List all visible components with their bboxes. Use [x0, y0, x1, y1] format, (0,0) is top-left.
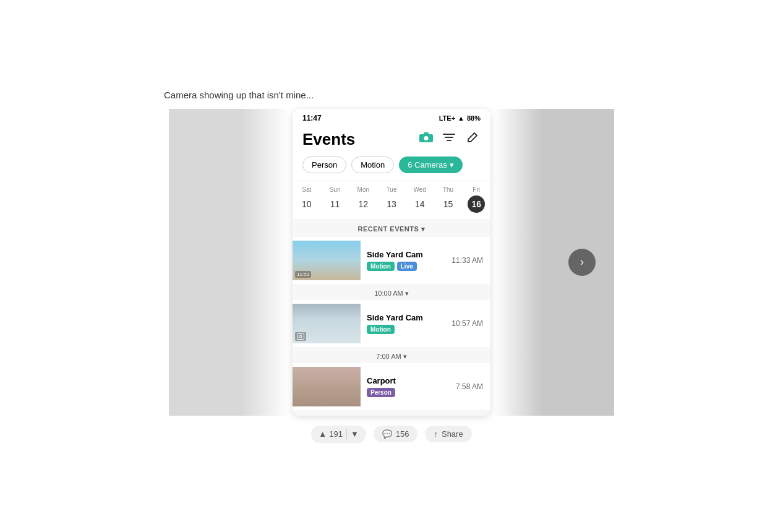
- right-blur: [494, 109, 614, 416]
- event-info-2: Side Yard Cam Motion: [361, 313, 451, 334]
- post-title: Camera showing up that isn't mine...: [164, 90, 314, 100]
- event-thumb-2: [293, 304, 361, 343]
- time-section-7am: 7:00 AM ▾: [293, 348, 490, 363]
- share-label: Share: [442, 429, 463, 439]
- comment-icon: 💬: [382, 429, 392, 439]
- filter-icon[interactable]: [442, 132, 457, 147]
- motion-filter-pill[interactable]: Motion: [351, 157, 394, 173]
- cal-day-wed[interactable]: Wed 14: [406, 186, 434, 213]
- recent-events-header: RECENT EVENTS ▾: [293, 219, 490, 237]
- event-info-3: Carport Person: [361, 376, 456, 397]
- status-bar: 11:47 LTE+ ▲ 88%: [293, 109, 490, 125]
- event-info-1: Side Yard Cam Motion Live: [361, 250, 451, 271]
- events-list: RECENT EVENTS ▾ 11:52 Side Yard Cam Moti…: [293, 219, 490, 416]
- event-thumb-1: 11:52: [293, 241, 361, 280]
- cameras-filter-pill[interactable]: 6 Cameras ▾: [399, 157, 463, 173]
- event-tags-3: Person: [367, 388, 456, 397]
- status-right: LTE+ ▲ 88%: [439, 114, 481, 122]
- cal-day-tue[interactable]: Tue 13: [377, 186, 406, 213]
- event-card-1[interactable]: 11:52 Side Yard Cam Motion Live 11:33 AM: [293, 237, 490, 284]
- battery-label: 88%: [467, 114, 481, 122]
- page-wrapper: Camera showing up that isn't mine... 11:…: [0, 0, 783, 532]
- event-time-1: 11:33 AM: [451, 256, 483, 265]
- event-card-3[interactable]: Carport Person 7:58 AM: [293, 363, 490, 410]
- svg-rect-6: [297, 333, 304, 339]
- filter-row: Person Motion 6 Cameras ▾: [293, 157, 490, 181]
- cal-day-sun[interactable]: Sun 11: [321, 186, 349, 213]
- phone-mock: 11:47 LTE+ ▲ 88% Events: [293, 109, 490, 416]
- person-tag-3: Person: [367, 388, 395, 397]
- cal-day-sat[interactable]: Sat 10: [293, 186, 321, 213]
- share-button[interactable]: ↑ Share: [425, 426, 471, 442]
- motion-tag-2: Motion: [367, 325, 395, 334]
- bottom-bar: ▲ 191 ▼ 💬 156 ↑ Share: [311, 426, 471, 443]
- vote-group[interactable]: ▲ 191 ▼: [311, 426, 366, 443]
- thumb-photo-icon: [295, 332, 306, 341]
- comment-count: 156: [396, 429, 409, 439]
- comment-group[interactable]: 💬 156: [374, 426, 418, 442]
- event-tags-2: Motion: [367, 325, 451, 334]
- next-arrow-button[interactable]: ›: [568, 249, 596, 276]
- camera-icon[interactable]: [419, 132, 434, 147]
- event-thumb-3: [293, 367, 361, 406]
- downvote-icon[interactable]: ▼: [351, 429, 359, 439]
- motion-tag-1: Motion: [367, 262, 395, 271]
- svg-point-7: [299, 335, 302, 338]
- event-tags-1: Motion Live: [367, 262, 451, 271]
- upvote-icon[interactable]: ▲: [319, 429, 327, 439]
- phone-container: 11:47 LTE+ ▲ 88% Events: [169, 109, 614, 416]
- svg-point-1: [424, 136, 429, 140]
- status-time: 11:47: [302, 114, 322, 122]
- app-header: Events: [293, 125, 490, 157]
- share-icon: ↑: [434, 429, 438, 439]
- svg-rect-2: [424, 132, 429, 135]
- edit-icon[interactable]: [466, 132, 481, 147]
- upvote-count: 191: [329, 429, 343, 439]
- cal-day-thu[interactable]: Thu 15: [434, 186, 463, 213]
- event-time-2: 10:57 AM: [451, 319, 483, 328]
- cal-day-mon[interactable]: Mon 12: [349, 186, 377, 213]
- event-card-2[interactable]: Side Yard Cam Motion 10:57 AM: [293, 300, 490, 347]
- person-filter-pill[interactable]: Person: [302, 157, 346, 173]
- cal-day-fri[interactable]: Fri 16: [462, 186, 490, 213]
- signal-bars-icon: ▲: [458, 114, 464, 122]
- event-time-3: 7:58 AM: [456, 382, 483, 391]
- chevron-down-icon: ▾: [450, 160, 454, 169]
- signal-label: LTE+: [439, 114, 455, 122]
- calendar-strip: Sat 10 Sun 11 Mon 12 Tue 13 Wed 14: [293, 181, 490, 219]
- header-icons: [419, 132, 481, 147]
- app-title: Events: [302, 130, 355, 149]
- live-tag-1: Live: [397, 262, 417, 271]
- left-blur: [169, 109, 289, 416]
- time-section-10am: 10:00 AM ▾: [293, 285, 490, 300]
